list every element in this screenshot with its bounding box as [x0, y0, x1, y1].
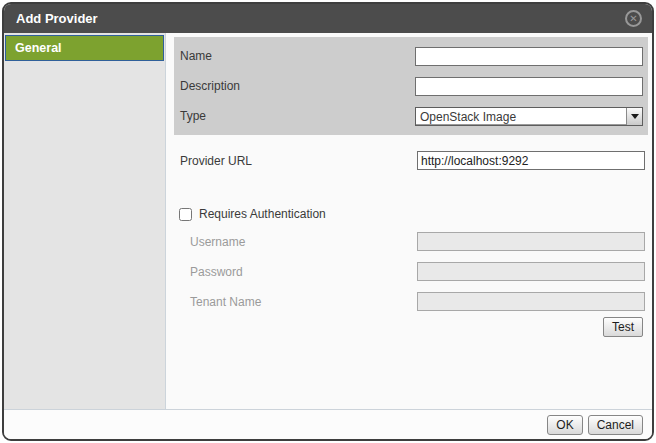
basic-info-section: Name Description Type OpenStack Image	[174, 37, 648, 135]
form-content: Name Description Type OpenStack Image Pr…	[166, 33, 652, 409]
ok-button[interactable]: OK	[547, 415, 582, 435]
username-label: Username	[190, 235, 417, 249]
username-input	[417, 232, 645, 251]
type-label: Type	[180, 109, 415, 123]
type-selected-value: OpenStack Image	[416, 108, 626, 125]
close-icon[interactable]: ✕	[625, 10, 642, 27]
password-label: Password	[190, 265, 417, 279]
provider-url-row: Provider URL	[180, 151, 645, 170]
tenant-name-label: Tenant Name	[190, 295, 417, 309]
description-row: Description	[180, 71, 643, 101]
password-input	[417, 262, 645, 281]
dialog-title: Add Provider	[16, 11, 98, 26]
test-row: Test	[166, 317, 643, 337]
type-select[interactable]: OpenStack Image	[415, 107, 643, 126]
name-label: Name	[180, 49, 415, 63]
name-input[interactable]	[415, 47, 643, 66]
sidebar-item-general[interactable]: General	[5, 35, 164, 61]
requires-auth-checkbox[interactable]	[179, 208, 192, 221]
provider-url-label: Provider URL	[180, 154, 417, 168]
sidebar: General	[4, 33, 166, 409]
dialog-titlebar: Add Provider ✕	[4, 4, 652, 33]
username-row: Username	[190, 232, 645, 251]
description-input[interactable]	[415, 77, 643, 96]
cancel-button[interactable]: Cancel	[588, 415, 643, 435]
add-provider-dialog: Add Provider ✕ General Name Description …	[2, 2, 654, 441]
tenant-name-input	[417, 292, 645, 311]
test-button[interactable]: Test	[603, 317, 643, 337]
chevron-down-icon	[631, 114, 639, 119]
provider-url-input[interactable]	[417, 151, 645, 170]
tenant-name-row: Tenant Name	[190, 292, 645, 311]
dropdown-arrow-button[interactable]	[626, 108, 642, 125]
type-row: Type OpenStack Image	[180, 101, 643, 131]
requires-auth-label: Requires Authentication	[199, 207, 326, 221]
description-label: Description	[180, 79, 415, 93]
requires-auth-row: Requires Authentication	[179, 207, 652, 221]
dialog-body: General Name Description Type OpenStack …	[4, 33, 652, 409]
password-row: Password	[190, 262, 645, 281]
dialog-footer: OK Cancel	[4, 409, 652, 439]
name-row: Name	[180, 41, 643, 71]
